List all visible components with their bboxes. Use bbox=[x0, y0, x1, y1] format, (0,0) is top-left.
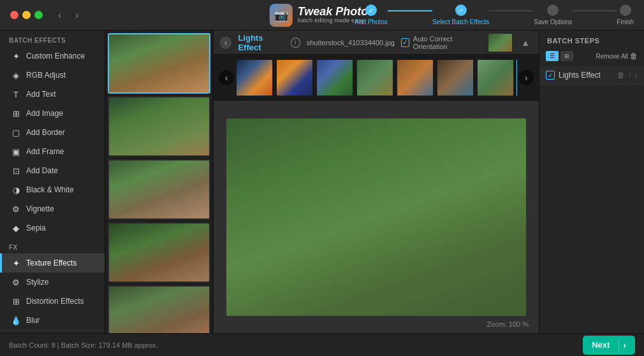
toggle-strip-button[interactable]: ▲ bbox=[518, 38, 532, 48]
sidebar-item-vignette[interactable]: ⚙ Vignette bbox=[0, 199, 105, 218]
sidebar-item-stylize[interactable]: ⚙ Stylize bbox=[0, 273, 105, 292]
thumb-7-bg bbox=[478, 60, 513, 96]
sidebar-item-vignette-label: Vignette bbox=[26, 204, 54, 213]
sidebar-item-add-image-label: Add Image bbox=[26, 109, 63, 118]
remove-all-label: Remove All bbox=[596, 53, 628, 60]
sidebar-item-add-border-label: Add Border bbox=[26, 128, 65, 137]
texture-effects-icon: ✦ bbox=[11, 258, 21, 268]
sidebar-item-rgb-adjust[interactable]: ◈ RGB Adjust bbox=[0, 66, 105, 85]
sidebar-item-rgb-adjust-label: RGB Adjust bbox=[26, 71, 66, 80]
film-thumb-4-image bbox=[109, 224, 209, 281]
film-thumb-2[interactable] bbox=[108, 96, 210, 157]
move-down-button[interactable]: ↓ bbox=[634, 71, 638, 80]
thumb-6-bg bbox=[437, 60, 473, 96]
sidebar-item-add-date[interactable]: ⊡ Add Date bbox=[0, 161, 105, 180]
traffic-lights bbox=[10, 11, 43, 19]
delete-step-button[interactable]: 🗑 bbox=[617, 71, 625, 80]
connector-3 bbox=[572, 10, 617, 11]
step-add-photos: ✓ Add Photos bbox=[355, 4, 388, 25]
sidebar-item-black-white-label: Black & White bbox=[26, 185, 74, 194]
maximize-button[interactable] bbox=[34, 11, 43, 19]
black-white-icon: ◑ bbox=[11, 185, 21, 195]
sidebar-item-blur[interactable]: 💧 Blur bbox=[0, 311, 105, 330]
blur-icon: 💧 bbox=[11, 315, 21, 325]
add-text-icon: T bbox=[11, 89, 21, 99]
sidebar-item-sepia[interactable]: ◆ Sepia bbox=[0, 218, 105, 238]
info-button[interactable]: i bbox=[291, 38, 300, 48]
thumb-item-8[interactable] bbox=[516, 59, 517, 97]
film-thumb-4[interactable] bbox=[108, 222, 210, 283]
add-frame-icon: ▣ bbox=[11, 146, 21, 157]
grid-view-button[interactable]: ⊞ bbox=[560, 51, 573, 61]
film-thumb-5-image bbox=[109, 287, 209, 333]
sidebar-item-stylize-label: Stylize bbox=[26, 278, 48, 287]
remove-all-icon: 🗑 bbox=[630, 52, 638, 61]
lights-effect-checkbox[interactable]: ✓ bbox=[546, 71, 555, 80]
step-add-photos-label: Add Photos bbox=[355, 18, 388, 25]
step-save-options: Save Options bbox=[534, 4, 572, 25]
sidebar-item-distortion-effects-label: Distortion Effects bbox=[26, 297, 84, 306]
center-topbar: ‹ Lights Effect i shutterstock_410334400… bbox=[214, 31, 539, 55]
thumb-item-3[interactable] bbox=[316, 59, 354, 97]
thumb-item-4[interactable] bbox=[356, 59, 394, 97]
thumb-prev-button[interactable]: ‹ bbox=[219, 70, 234, 85]
nav-forward-button[interactable]: › bbox=[71, 7, 82, 24]
move-up-button[interactable]: ↑ bbox=[627, 71, 631, 80]
sidebar: BATCH EFFECTS ✦ Custom Enhance ◈ RGB Adj… bbox=[0, 31, 105, 333]
film-thumb-1-image bbox=[109, 34, 209, 92]
batch-count: Batch Count: 8 bbox=[9, 341, 55, 349]
thumb-3-bg bbox=[317, 60, 353, 96]
sidebar-item-sepia-label: Sepia bbox=[26, 224, 46, 232]
main-canvas-image bbox=[226, 118, 526, 316]
step-select-batch-circle: ✓ bbox=[455, 4, 467, 16]
close-button[interactable] bbox=[10, 11, 18, 19]
next-button[interactable]: Next › bbox=[583, 336, 635, 355]
remove-all-button[interactable]: Remove All 🗑 bbox=[596, 52, 638, 61]
step-select-batch: ✓ Select Batch Effects bbox=[432, 4, 489, 25]
sidebar-item-add-frame[interactable]: ▣ Add Frame bbox=[0, 142, 105, 161]
step-finish-circle bbox=[620, 4, 631, 16]
sidebar-item-custom-enhance[interactable]: ✦ Custom Enhance bbox=[0, 46, 105, 66]
next-button-label: Next bbox=[592, 340, 615, 350]
distortion-effects-icon: ⊞ bbox=[11, 296, 21, 306]
thumb-item-5[interactable] bbox=[396, 59, 434, 97]
thumb-item-7[interactable] bbox=[476, 59, 515, 97]
connector-2 bbox=[489, 10, 534, 11]
thumb-item-6[interactable] bbox=[436, 59, 474, 97]
sidebar-item-add-date-label: Add Date bbox=[26, 166, 58, 175]
connector-1 bbox=[388, 10, 432, 11]
thumb-next-button[interactable]: › bbox=[518, 70, 534, 85]
minimize-button[interactable] bbox=[22, 11, 31, 19]
effect-title: Lights Effect bbox=[238, 33, 284, 52]
effect-back-button[interactable]: ‹ bbox=[220, 36, 231, 49]
sidebar-item-custom-enhance-label: Custom Enhance bbox=[26, 52, 85, 61]
auto-correct-checkbox[interactable]: ✓ bbox=[401, 38, 409, 47]
lights-effect-label: Lights Effect bbox=[559, 71, 613, 80]
film-thumb-3-image bbox=[109, 160, 209, 218]
sidebar-item-black-white[interactable]: ◑ Black & White bbox=[0, 180, 105, 199]
right-panel: BATCH STEPS ☰ ⊞ Remove All 🗑 ✓ Lights Ef… bbox=[539, 31, 644, 333]
list-view-button[interactable]: ☰ bbox=[546, 51, 559, 61]
film-thumb-5[interactable] bbox=[108, 285, 210, 333]
titlebar: ‹ › 📷 Tweak Photos batch editing made ea… bbox=[0, 0, 644, 31]
sidebar-item-distortion-effects[interactable]: ⊞ Distortion Effects bbox=[0, 292, 105, 311]
auto-correct-label: Auto Correct Orientation bbox=[413, 35, 483, 50]
sidebar-item-add-text[interactable]: T Add Text bbox=[0, 85, 105, 104]
zoom-label: Zoom: 100 % bbox=[487, 320, 529, 328]
sidebar-item-add-border[interactable]: ▢ Add Border bbox=[0, 123, 105, 142]
filename-label: shutterstock_410334400.jpg bbox=[307, 39, 395, 46]
titlebar-left: ‹ › bbox=[10, 7, 83, 24]
film-thumb-3[interactable] bbox=[108, 159, 210, 220]
thumb-item-2[interactable] bbox=[275, 59, 314, 97]
sidebar-item-texture-effects[interactable]: ✦ Texture Effects bbox=[0, 253, 105, 273]
sidebar-section-fx: FX bbox=[0, 238, 105, 253]
vignette-icon: ⚙ bbox=[11, 204, 21, 214]
film-thumb-1[interactable] bbox=[108, 33, 210, 94]
thumb-4-bg bbox=[357, 60, 393, 96]
sidebar-item-add-image[interactable]: ⊞ Add Image bbox=[0, 104, 105, 123]
add-date-icon: ⊡ bbox=[11, 166, 21, 176]
nav-back-button[interactable]: ‹ bbox=[54, 7, 65, 24]
film-thumb-2-image bbox=[109, 97, 209, 155]
preview-thumbnail bbox=[488, 34, 512, 52]
thumb-item-1[interactable] bbox=[235, 59, 274, 97]
